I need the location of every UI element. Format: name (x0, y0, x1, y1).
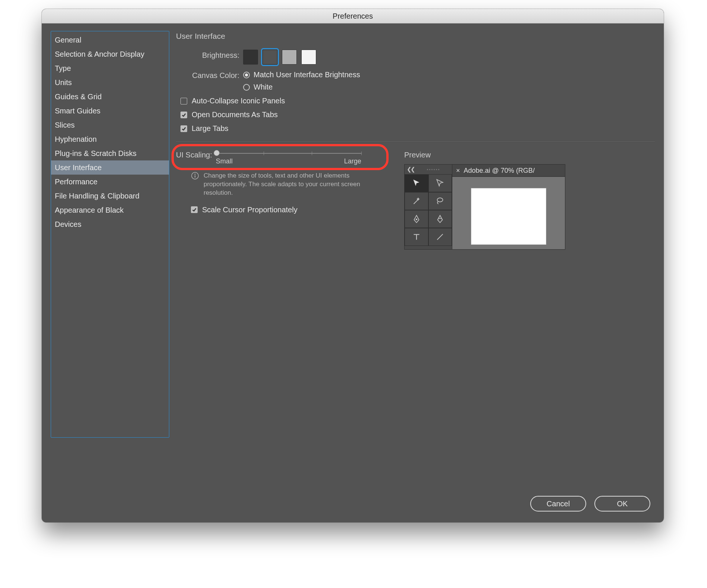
preview-document-tab: × Adobe.ai @ 70% (RGB/ (452, 165, 565, 177)
scale-cursor-label: Scale Cursor Proportionately (202, 206, 298, 214)
ui-scaling-info-text: Change the size of tools, text and other… (204, 172, 364, 197)
preferences-panel: User Interface Brightness: Canvas Color:… (176, 31, 655, 485)
preview-tools-panel: ❮❮ (405, 165, 452, 249)
canvas-color-match[interactable]: Match User Interface Brightness (243, 71, 360, 79)
preview-pane: ❮❮ (404, 164, 565, 250)
lasso-tool-icon (428, 192, 452, 210)
radio-off-icon (243, 84, 250, 91)
slider-max-label: Large (344, 157, 361, 165)
collapse-panel-icon: ❮❮ (407, 166, 414, 173)
sidebar-item-plugins-scratch[interactable]: Plug-ins & Scratch Disks (51, 146, 169, 160)
slider-track (216, 153, 361, 154)
ui-scaling-slider[interactable]: Small Large (216, 151, 361, 166)
sidebar-item-hyphenation[interactable]: Hyphenation (51, 132, 169, 146)
sidebar-item-devices[interactable]: Devices (51, 217, 169, 231)
cancel-button[interactable]: Cancel (530, 496, 586, 512)
canvas-color-label: Canvas Color: (176, 69, 243, 80)
ui-scaling-label: UI Scaling: (176, 151, 212, 159)
large-tabs-checkbox[interactable]: Large Tabs (180, 124, 655, 133)
checkbox-on-icon (191, 206, 198, 213)
pen-tool-icon (405, 210, 428, 228)
sidebar-item-user-interface[interactable]: User Interface (51, 160, 169, 175)
checkbox-on-icon (180, 112, 187, 118)
brightness-swatch-darkest[interactable] (243, 50, 258, 65)
selection-tool-icon (405, 174, 428, 192)
open-docs-tabs-checkbox[interactable]: Open Documents As Tabs (180, 110, 655, 119)
sidebar-item-appearance-black[interactable]: Appearance of Black (51, 203, 169, 217)
slider-tick (361, 151, 362, 155)
canvas-color-match-label: Match User Interface Brightness (254, 71, 360, 79)
brightness-swatch-dark[interactable] (263, 50, 277, 65)
svg-point-1 (195, 174, 196, 175)
auto-collapse-label: Auto-Collapse Iconic Panels (192, 97, 285, 105)
preferences-category-list: General Selection & Anchor Display Type … (51, 31, 169, 438)
sidebar-item-type[interactable]: Type (51, 61, 169, 75)
svg-point-3 (437, 198, 443, 202)
sidebar-item-performance[interactable]: Performance (51, 175, 169, 189)
ok-button[interactable]: OK (594, 496, 650, 512)
close-tab-icon: × (456, 167, 460, 175)
magic-wand-tool-icon (405, 192, 428, 210)
radio-on-icon (243, 72, 250, 78)
slider-tick (264, 151, 264, 155)
sidebar-item-slices[interactable]: Slices (51, 118, 169, 132)
slider-thumb[interactable] (214, 150, 220, 156)
direct-selection-tool-icon (428, 174, 452, 192)
svg-point-4 (416, 219, 417, 220)
slider-min-label: Small (216, 157, 233, 165)
svg-rect-2 (195, 175, 195, 178)
preferences-window: Preferences General Selection & Anchor D… (42, 9, 664, 522)
brightness-swatch-light[interactable] (301, 50, 316, 65)
preview-label: Preview (404, 151, 431, 159)
sidebar-item-units[interactable]: Units (51, 75, 169, 90)
preview-tab-title: Adobe.ai @ 70% (RGB/ (464, 167, 535, 175)
large-tabs-label: Large Tabs (192, 124, 229, 133)
preview-canvas (452, 177, 565, 249)
window-title: Preferences (42, 9, 664, 24)
brightness-swatches (243, 49, 316, 65)
brightness-swatch-medium[interactable] (282, 50, 297, 65)
line-tool-icon (428, 228, 452, 246)
auto-collapse-checkbox[interactable]: Auto-Collapse Iconic Panels (180, 97, 655, 105)
panel-title: User Interface (176, 32, 655, 41)
open-docs-tabs-label: Open Documents As Tabs (192, 110, 278, 119)
curvature-tool-icon (428, 210, 452, 228)
sidebar-item-smart-guides[interactable]: Smart Guides (51, 104, 169, 118)
canvas-color-white-label: White (254, 83, 273, 91)
type-tool-icon (405, 228, 428, 246)
checkbox-on-icon (180, 125, 187, 132)
info-icon (191, 172, 199, 180)
panel-grip-icon (417, 169, 450, 170)
slider-tick (312, 151, 312, 155)
sidebar-item-guides-grid[interactable]: Guides & Grid (51, 90, 169, 104)
checkbox-off-icon (180, 98, 187, 104)
preview-artboard (471, 188, 546, 245)
section-divider (176, 142, 655, 143)
canvas-color-white[interactable]: White (243, 83, 360, 91)
sidebar-item-selection-anchor[interactable]: Selection & Anchor Display (51, 47, 169, 61)
sidebar-item-general[interactable]: General (51, 33, 169, 47)
brightness-label: Brightness: (176, 49, 243, 60)
sidebar-item-file-handling[interactable]: File Handling & Clipboard (51, 189, 169, 203)
